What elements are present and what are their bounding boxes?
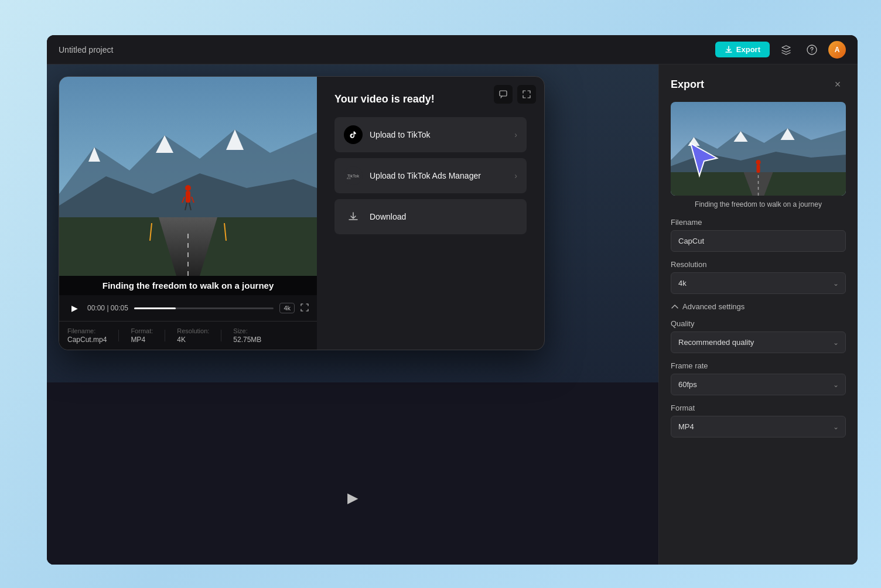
- quality-label: Quality: [671, 319, 846, 328]
- file-info-divider-1: [118, 330, 119, 341]
- player-play-button[interactable]: ▶: [67, 301, 81, 315]
- progress-bar[interactable]: [134, 307, 274, 309]
- video-caption: Finding the freedom to walk on a journey: [59, 276, 317, 295]
- download-icon: [344, 207, 363, 226]
- export-thumb-caption: Finding the freedom to walk on a journey: [671, 200, 846, 208]
- time-current: 00:00 | 00:05: [87, 304, 128, 312]
- format-select[interactable]: MP4 MOV AVI: [671, 416, 846, 437]
- resolution-label: Resolution: [671, 260, 846, 269]
- advanced-settings-toggle[interactable]: Advanced settings: [671, 302, 745, 311]
- export-panel-header: Export ×: [671, 76, 846, 93]
- svg-marker-25: [691, 143, 717, 176]
- tiktok-ads-icon: TikTok Ads: [344, 166, 363, 185]
- help-button[interactable]: [803, 40, 821, 59]
- cursor-arrow: [688, 141, 729, 184]
- svg-text:Ads: Ads: [347, 177, 351, 180]
- svg-point-1: [811, 52, 812, 52]
- layers-icon: [781, 45, 791, 55]
- player-fullscreen-icon: [301, 303, 309, 312]
- quality-select-wrapper: Recommended quality High quality Low qua…: [671, 331, 846, 353]
- framerate-label: Frame rate: [671, 361, 846, 370]
- main-play-button[interactable]: ▶: [347, 490, 358, 506]
- svg-point-14: [185, 185, 191, 191]
- fullscreen-icon: [523, 90, 531, 98]
- svg-rect-15: [186, 191, 190, 203]
- tiktok-icon: [344, 125, 363, 144]
- video-modal: Finding the freedom to walk on a journey…: [59, 76, 545, 350]
- main-content: ▶: [47, 64, 858, 565]
- play-area: ▶: [347, 490, 358, 506]
- file-info-format: Format: MP4: [131, 327, 153, 344]
- project-title: Untitled project: [59, 45, 113, 54]
- editor-area: ▶: [47, 64, 658, 565]
- app-window: Untitled project Export A: [47, 35, 858, 565]
- layers-button[interactable]: [777, 40, 795, 59]
- modal-top-icons: [494, 85, 536, 104]
- export-panel-title: Export: [671, 78, 704, 91]
- file-info-size: Size: 52.75MB: [233, 327, 261, 344]
- framerate-select-wrapper: 60fps 30fps 24fps ⌄: [671, 374, 846, 395]
- modal-fullscreen-button[interactable]: [517, 85, 536, 104]
- modal-body: Finding the freedom to walk on a journey…: [59, 77, 544, 350]
- resolution-select-wrapper: 4k 1080p 720p 480p ⌄: [671, 272, 846, 294]
- player-controls: ▶ 00:00 | 00:05 4k: [59, 295, 317, 321]
- file-info-filename: Filename: CapCut.mp4: [67, 327, 107, 344]
- help-icon: [807, 45, 817, 55]
- chevron-up-icon: [671, 303, 679, 311]
- resolution-select[interactable]: 4k 1080p 720p 480p: [671, 272, 846, 294]
- filename-input[interactable]: [671, 230, 846, 252]
- comment-icon: [499, 90, 507, 98]
- progress-fill: [134, 307, 176, 309]
- file-info: Filename: CapCut.mp4 Format: MP4 Resolut…: [59, 321, 317, 350]
- export-icon: [725, 46, 733, 54]
- format-label: Format: [671, 404, 846, 412]
- framerate-select[interactable]: 60fps 30fps 24fps: [671, 374, 846, 395]
- player-fullscreen-button[interactable]: [301, 303, 309, 313]
- file-info-divider-2: [165, 330, 165, 341]
- svg-rect-36: [757, 165, 760, 173]
- video-preview: Finding the freedom to walk on a journey…: [59, 77, 317, 350]
- file-info-resolution: Resolution: 4K: [177, 327, 209, 344]
- download-option-left: Download: [344, 207, 406, 226]
- tiktok-ads-chevron: ›: [514, 171, 517, 180]
- tiktok-ads-option-left: TikTok Ads Upload to TikTok Ads Manager: [344, 166, 481, 185]
- top-bar: Untitled project Export A: [47, 35, 858, 64]
- svg-point-35: [756, 160, 761, 165]
- video-scene-svg: [59, 77, 317, 276]
- format-select-wrapper: MP4 MOV AVI ⌄: [671, 416, 846, 437]
- filename-label: Filename: [671, 218, 846, 227]
- upload-tiktok-ads-button[interactable]: TikTok Ads Upload to TikTok Ads Manager …: [334, 158, 527, 193]
- quality-badge: 4k: [279, 303, 295, 313]
- quality-select[interactable]: Recommended quality High quality Low qua…: [671, 331, 846, 353]
- export-panel: Export ×: [658, 64, 858, 565]
- export-button[interactable]: Export: [715, 42, 770, 57]
- upload-options: Your video is ready! Upload to TikTok: [317, 77, 544, 350]
- video-thumbnail: [59, 77, 317, 276]
- top-bar-actions: Export A: [715, 40, 846, 59]
- tiktok-option-left: Upload to TikTok: [344, 125, 431, 144]
- svg-rect-4: [500, 91, 507, 96]
- avatar[interactable]: A: [828, 41, 846, 59]
- tiktok-chevron: ›: [514, 130, 517, 139]
- modal-comment-button[interactable]: [494, 85, 513, 104]
- file-info-divider-3: [221, 330, 221, 341]
- download-button[interactable]: Download: [334, 199, 527, 234]
- export-close-button[interactable]: ×: [829, 76, 846, 93]
- upload-tiktok-button[interactable]: Upload to TikTok ›: [334, 117, 527, 152]
